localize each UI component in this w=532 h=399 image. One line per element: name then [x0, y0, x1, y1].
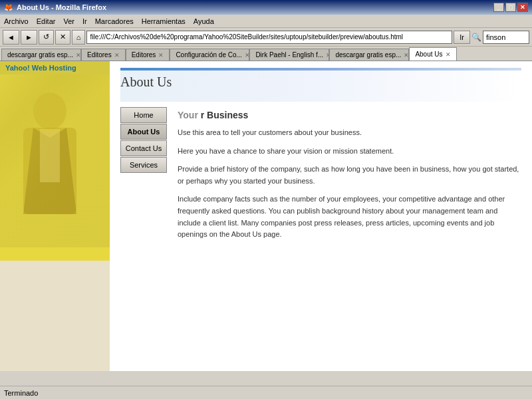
sidebar-illustration	[0, 74, 110, 247]
sidebar-hosting: Yahoo! Web Hosting	[0, 61, 110, 74]
svg-rect-5	[0, 74, 110, 247]
tab-4[interactable]: Dirk Paehl - English f... ✕	[249, 49, 329, 61]
search-input[interactable]	[483, 31, 529, 44]
menu-ir[interactable]: Ir	[82, 17, 87, 25]
main-content: About Us Home About Us Contact Us Servic…	[110, 61, 532, 371]
nav-contactus-button[interactable]: Contact Us	[120, 140, 167, 156]
para-1: Use this area to tell your customers abo…	[178, 127, 521, 139]
heading-prefix: Your	[178, 110, 201, 120]
tab-label-4: Dirk Paehl - English f...	[255, 51, 323, 59]
tab-3[interactable]: Configuración de Co... ✕	[170, 49, 249, 61]
window-title: About Us - Mozilla Firefox	[17, 3, 106, 11]
home-button[interactable]: ⌂	[72, 30, 86, 45]
title-bar-left: 🦊 About Us - Mozilla Firefox	[4, 3, 106, 12]
tab-label-5: descargar gratis esp...	[335, 51, 401, 59]
firefox-icon: 🦊	[4, 3, 13, 12]
search-icon: 🔍	[471, 33, 481, 42]
status-text: Terminado	[4, 389, 38, 397]
tab-label-1: Editores	[87, 51, 112, 59]
back-button[interactable]: ◄	[3, 30, 19, 45]
menu-editar[interactable]: Editar	[37, 17, 56, 25]
page-area: Yahoo! Web Hosting	[0, 61, 532, 371]
close-button[interactable]: ✕	[517, 3, 528, 12]
maximize-button[interactable]: □	[505, 3, 516, 12]
sidebar-image	[0, 74, 110, 261]
tab-label-2: Editores	[132, 51, 156, 59]
stop-button[interactable]: ✕	[55, 30, 70, 45]
tabs-bar: descargar gratis esp... ✕ Editores ✕ Edi…	[0, 47, 532, 61]
nav-aboutus-button[interactable]: About Us	[120, 124, 167, 140]
tab-close-0[interactable]: ✕	[76, 52, 81, 59]
tab-label-3: Configuración de Co...	[176, 51, 242, 59]
tab-close-6[interactable]: ✕	[446, 51, 451, 58]
page-title: About Us	[120, 74, 521, 90]
search-bar: 🔍	[471, 31, 529, 44]
menu-herramientas[interactable]: Herramientas	[142, 17, 186, 25]
sidebar: Yahoo! Web Hosting	[0, 61, 110, 371]
menu-bar: Archivo Editar Ver Ir Marcadores Herrami…	[0, 15, 532, 28]
text-content: Your r Business Use this area to tell yo…	[178, 107, 521, 247]
minimize-button[interactable]: _	[493, 3, 504, 12]
para-2: Here you have a chance to share your vis…	[178, 146, 521, 158]
tab-close-5[interactable]: ✕	[404, 52, 409, 59]
nav-buttons: Home About Us Contact Us Services	[120, 107, 167, 239]
tab-label-6: About Us	[415, 51, 442, 58]
menu-archivo[interactable]: Archivo	[4, 17, 29, 25]
tab-close-2[interactable]: ✕	[158, 52, 164, 59]
reload-button[interactable]: ↺	[39, 30, 54, 45]
tab-label-0: descargar gratis esp...	[7, 51, 73, 59]
hosting-text: Yahoo! Web Hosting	[5, 64, 76, 72]
tab-1[interactable]: Editores ✕	[81, 49, 126, 61]
tab-close-3[interactable]: ✕	[245, 52, 249, 59]
para-4: Include company facts such as the number…	[178, 194, 521, 240]
menu-ver[interactable]: Ver	[63, 17, 74, 25]
menu-marcadores[interactable]: Marcadores	[95, 17, 134, 25]
heading-row: Your r Business	[178, 107, 521, 127]
forward-button[interactable]: ►	[21, 30, 37, 45]
window-controls[interactable]: _ □ ✕	[493, 3, 528, 12]
address-text: file:///C:/Archivos%20de%20programa/Yaho…	[90, 33, 449, 41]
tab-5[interactable]: descargar gratis esp... ✕	[329, 49, 409, 61]
tab-2[interactable]: Editores ✕	[126, 49, 170, 61]
nav-services-button[interactable]: Services	[120, 157, 167, 173]
content-body: Home About Us Contact Us Services Your r…	[120, 107, 521, 247]
business-heading: Your r Business	[178, 110, 248, 120]
tab-6-active[interactable]: About Us ✕	[409, 47, 456, 61]
go-button[interactable]: Ir	[454, 31, 470, 44]
sidebar-lower	[0, 261, 110, 371]
menu-ayuda[interactable]: Ayuda	[194, 17, 214, 25]
address-bar[interactable]: file:///C:/Archivos%20de%20programa/Yaho…	[86, 31, 452, 44]
title-bar: 🦊 About Us - Mozilla Firefox _ □ ✕	[0, 0, 532, 15]
nav-bar: ◄ ► ↺ ✕ ⌂ file:///C:/Archivos%20de%20pro…	[0, 28, 532, 47]
title-bg: About Us	[120, 70, 521, 102]
tab-0[interactable]: descargar gratis esp... ✕	[1, 49, 81, 61]
tab-close-1[interactable]: ✕	[114, 52, 120, 59]
nav-home-button[interactable]: Home	[120, 107, 167, 123]
status-bar: Terminado	[0, 386, 532, 399]
para-3: Provide a brief history of the company, …	[178, 164, 521, 187]
